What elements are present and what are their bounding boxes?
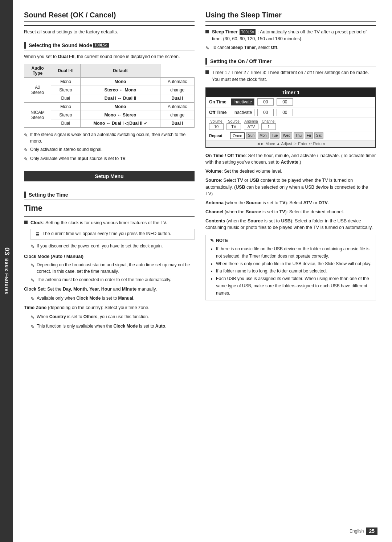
note-item-3: ✎ Only available when the Input source i…	[24, 155, 195, 163]
dual-stereo-mono: Stereo ↔ Mono	[80, 86, 160, 94]
repeat-row: Repeat Once Sun Mon Tue Wed Thu Fri Sat	[206, 131, 375, 140]
clock-note-1: ✎ If you disconnect the power cord, you …	[30, 243, 195, 250]
on-off-timer-title: Setting the On / Off Timer	[210, 58, 271, 64]
note-pencil-icon: ✎	[210, 238, 214, 243]
dual-mono: Mono	[80, 77, 160, 86]
repeat-days: Once Sun Mon Tue Wed Thu Fri Sat	[230, 132, 323, 139]
on-time-row: On Time Inactivate 00 00	[206, 97, 375, 107]
contents-desc: Contents (when the Source is set to USB)…	[205, 218, 376, 231]
on-time-state: Inactivate	[231, 98, 254, 106]
timer-title: Timer 1	[206, 88, 375, 97]
vsac-label-row: Volume 10 Source TV Antenna ATV	[206, 118, 375, 131]
off-time-label: Off Time	[209, 110, 231, 115]
group-nicam: NICAMStereo	[24, 102, 51, 127]
bullet-square-2	[205, 30, 209, 33]
default-auto: Automatic	[160, 77, 195, 86]
volume-desc: Volume: Set the desired volume level.	[205, 168, 376, 175]
type-stereo: Stereo	[51, 86, 80, 94]
sleep-timer-cancel-note: ✎ To cancel Sleep Timer, select Off.	[205, 44, 376, 52]
volume-val: 10	[209, 123, 224, 130]
note-box-title: ✎ NOTE	[210, 238, 371, 243]
table-header-type: AudioType	[24, 64, 51, 77]
time-zone-text-1: When Country is set to Others, you can u…	[37, 313, 149, 320]
note-text-3: Only available when the Input source is …	[30, 155, 127, 162]
note-label: NOTE	[216, 238, 228, 243]
note-item-1: ✎ If the stereo signal is weak and an au…	[24, 131, 195, 144]
timer-bullet: Timer 1 / Timer 2 / Timer 3: Three diffe…	[205, 69, 376, 83]
info-icon: 🖥	[34, 231, 40, 238]
time-section: Time Clock: Setting the clock is for usi…	[24, 204, 195, 330]
source-val: TV	[226, 123, 241, 130]
time-zone-note-1: ✎ When Country is set to Others, you can…	[30, 313, 195, 321]
side-tab: 03 Basic Features	[0, 0, 13, 542]
day-sun: Sun	[246, 132, 256, 139]
channel-val: 1	[261, 123, 276, 130]
clock-bullet-item: Clock: Setting the clock is for using va…	[24, 219, 195, 226]
timer-box: Timer 1 On Time Inactivate 00 00 Off Tim…	[205, 87, 376, 148]
setup-menu-label: Setup Menu	[95, 173, 123, 179]
note-list: If there is no music file on the USB dev…	[216, 245, 371, 297]
off-time-row: Off Time Inactivate 00 00	[206, 107, 375, 118]
info-box-text: The current time will appear every time …	[42, 231, 171, 236]
note-box: ✎ NOTE If there is no music file on the …	[205, 235, 376, 300]
day-sat: Sat	[314, 132, 323, 139]
sound-reset-description: Reset all sound settings to the factory …	[24, 29, 195, 36]
setting-time-section: Setting the Time	[24, 190, 195, 200]
note-list-item-4: Each USB you use is assigned its own fol…	[216, 275, 371, 297]
bullet-square	[24, 221, 28, 224]
setting-time-title: Setting the Time	[29, 192, 68, 198]
sound-mode-description: When you set to Dual I-II, the current s…	[24, 53, 195, 60]
note-text-2: Only activated in stereo sound signal.	[30, 146, 102, 153]
pencil-icon-3: ✎	[24, 156, 28, 163]
left-column: Sound Reset (OK / Cancel) Reset all soun…	[24, 11, 195, 531]
day-wed: Wed	[281, 132, 292, 139]
subtitle-bar3	[205, 58, 207, 65]
sound-reset-title: Sound Reset (OK / Cancel)	[24, 11, 195, 22]
sound-mode-section: Selecting the Sound Mode TOOLS⚙ When you…	[24, 41, 195, 163]
setup-menu-box: Setup Menu	[24, 171, 195, 181]
sound-reset-section: Sound Reset (OK / Cancel) Reset all soun…	[24, 11, 195, 36]
pencil-icon-5: ✎	[30, 262, 34, 269]
antenna-label: Antenna	[244, 119, 258, 123]
volume-col: Volume 10	[209, 119, 224, 130]
pencil-icon-10: ✎	[205, 45, 209, 52]
source-desc: Source: Select TV or USB content to be p…	[205, 177, 376, 197]
source-col: Source TV	[226, 119, 241, 130]
sleep-timer-title: Using the Sleep Timer	[205, 11, 376, 22]
repeat-label: Repeat	[209, 134, 227, 138]
channel-desc: Channel (when the Source is set to TV): …	[205, 209, 376, 215]
table-row: A2Stereo Mono Mono Automatic	[24, 77, 195, 86]
sleep-cancel-text: To cancel Sleep Timer, select Off.	[212, 44, 278, 51]
type-mono2: Mono	[51, 102, 80, 111]
clock-mode-note-1: ✎ Depending on the broadcast station and…	[30, 262, 195, 275]
time-zone-note-2: ✎ This function is only available when t…	[30, 323, 195, 330]
chapter-label: Basic Features	[4, 258, 9, 294]
clock-bullet-text: Clock: Setting the clock is for using va…	[30, 219, 167, 226]
clock-set-text: Clock Set: Set the Day, Month, Year, Hou…	[24, 286, 195, 293]
off-time-m: 00	[277, 109, 293, 116]
tools-icon-2: TOOLS⚙	[240, 29, 256, 35]
dual-mono-dual: Mono ↔ Dual I ◁ Dual II ✓	[80, 119, 160, 127]
channel-label: Channel	[262, 119, 275, 123]
subtitle-bar	[24, 42, 26, 49]
available-note: ✎ Available only when Clock Mode is set …	[30, 295, 195, 303]
antenna-val: ATV	[244, 123, 258, 130]
tools-icon: TOOLS⚙	[93, 43, 109, 48]
clock-note-text-1: If you disconnect the power cord, you ha…	[37, 243, 163, 249]
table-header-default: Default	[80, 64, 160, 77]
clock-mode-text-1: Depending on the broadcast station and s…	[37, 262, 195, 275]
day-fri: Fri	[305, 132, 313, 139]
pencil-icon-2: ✎	[24, 147, 28, 154]
on-time-fields: Inactivate 00 00	[231, 98, 372, 106]
antenna-desc: Antenna (when the Source is set to TV): …	[205, 200, 376, 206]
table-header-dual: Dual I-II	[51, 64, 80, 77]
antenna-col: Antenna ATV	[244, 119, 258, 130]
pencil-icon-6: ✎	[30, 277, 34, 284]
note-text-1: If the stereo signal is weak and an auto…	[30, 131, 195, 144]
repeat-once: Once	[230, 132, 245, 139]
table-row: NICAMStereo Mono Mono Automatic	[24, 102, 195, 111]
type-dual: Dual	[51, 94, 80, 102]
on-time-m: 00	[277, 98, 293, 106]
clock-mode-note-2: ✎ The antenna must be connected in order…	[30, 276, 195, 284]
setting-time-subtitle: Setting the Time	[24, 190, 195, 200]
